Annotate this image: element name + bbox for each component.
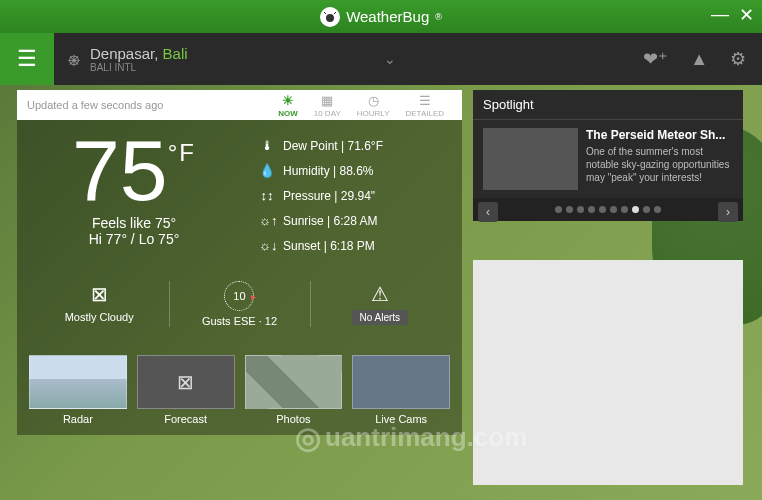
pressure-icon: ↕↕ [259,188,275,203]
feels-like: Feels like 75° [29,215,239,231]
pressure: Pressure | 29.94" [283,189,375,203]
livecams-tile[interactable]: Live Cams [352,355,450,425]
ad-placeholder [473,260,743,485]
add-location-icon[interactable]: ❤⁺ [643,48,668,70]
thumbnail-row: Radar ⊠ Forecast Photos Live Cams [17,347,462,435]
compass-icon: 10 [224,281,254,311]
tab-hourly[interactable]: ◷HOURLY [349,93,398,118]
spotlight-desc: One of the summer's most notable sky-gaz… [586,145,733,184]
calendar-icon: ▦ [321,93,333,108]
no-alerts-badge: No Alerts [352,310,409,325]
svg-line-1 [324,12,326,14]
tab-now[interactable]: ☀NOW [270,93,306,118]
warning-icon: ⚠ [314,281,446,307]
app-logo: WeatherBug® [320,7,442,27]
svg-line-2 [334,12,336,14]
carousel-dot[interactable] [555,206,562,213]
radar-tile[interactable]: Radar [29,355,127,425]
carousel-dot[interactable] [577,206,584,213]
top-bar: ☰ ⎈ Denpasar, Bali BALI INTL ⌄ ❤⁺ ▲ ⚙ [0,33,762,85]
spotlight-carousel: ‹ › [473,198,743,221]
settings-icon[interactable]: ⚙ [730,48,746,70]
location-selector[interactable]: ⎈ Denpasar, Bali BALI INTL ⌄ [54,45,643,73]
sunrise: Sunrise | 6:28 AM [283,214,378,228]
app-name: WeatherBug [346,8,429,25]
carousel-next[interactable]: › [718,202,738,222]
cloudy-icon: ⊠ [33,281,165,307]
current-temp: 75°F [29,132,239,209]
alerts-cell[interactable]: ⚠ No Alerts [310,273,450,335]
forecast-thumb: ⊠ [137,355,235,409]
radar-thumb [29,355,127,409]
livecams-thumb [352,355,450,409]
carousel-dot[interactable] [654,206,661,213]
carousel-dot[interactable] [621,206,628,213]
forecast-tile[interactable]: ⊠ Forecast [137,355,235,425]
close-button[interactable]: ✕ [739,4,754,26]
dewpoint: Dew Point | 71.6°F [283,139,383,153]
title-bar: WeatherBug® — ✕ [0,0,762,33]
carousel-dot[interactable] [643,206,650,213]
chevron-down-icon: ⌄ [384,51,396,67]
spotlight-title: The Perseid Meteor Sh... [586,128,733,142]
droplet-icon: 💧 [259,163,275,178]
location-sub: BALI INTL [90,62,188,73]
hi-lo: Hi 77° / Lo 75° [29,231,239,247]
sunset-icon: ☼↓ [259,238,275,253]
spotlight-heading: Spotlight [473,90,743,120]
condition-cell: ⊠ Mostly Cloudy [29,273,169,335]
updated-text: Updated a few seconds ago [27,99,270,111]
content-area: Updated a few seconds ago ☀NOW ▦10 DAY ◷… [0,85,762,500]
menu-button[interactable]: ☰ [0,33,54,85]
weather-panel: Updated a few seconds ago ☀NOW ▦10 DAY ◷… [17,90,462,435]
sunset: Sunset | 6:18 PM [283,239,375,253]
carousel-dot[interactable] [632,206,639,213]
sunrise-icon: ☼↑ [259,213,275,228]
spotlight-item[interactable]: The Perseid Meteor Sh... One of the summ… [473,120,743,198]
list-icon: ☰ [419,93,431,108]
carousel-dot[interactable] [588,206,595,213]
photos-tile[interactable]: Photos [245,355,343,425]
humidity: Humidity | 88.6% [283,164,374,178]
thermometer-icon: 🌡 [259,138,275,153]
carousel-dot[interactable] [599,206,606,213]
alert-icon[interactable]: ▲ [690,49,708,70]
carousel-dot[interactable] [610,206,617,213]
minimize-button[interactable]: — [711,4,729,26]
hamburger-icon: ☰ [17,46,37,72]
sun-icon: ☀ [282,93,294,108]
clock-icon: ◷ [368,93,379,108]
spotlight-image [483,128,578,190]
tab-detailed[interactable]: ☰DETAILED [397,93,452,118]
carousel-dot[interactable] [566,206,573,213]
carousel-prev[interactable]: ‹ [478,202,498,222]
photos-thumb [245,355,343,409]
tab-10day[interactable]: ▦10 DAY [306,93,349,118]
pin-icon: ⎈ [68,48,80,71]
spotlight-panel: Spotlight The Perseid Meteor Sh... One o… [473,90,743,221]
svg-point-0 [326,14,334,22]
wind-cell: 10 Gusts ESE · 12 [169,273,309,335]
bug-icon [320,7,340,27]
